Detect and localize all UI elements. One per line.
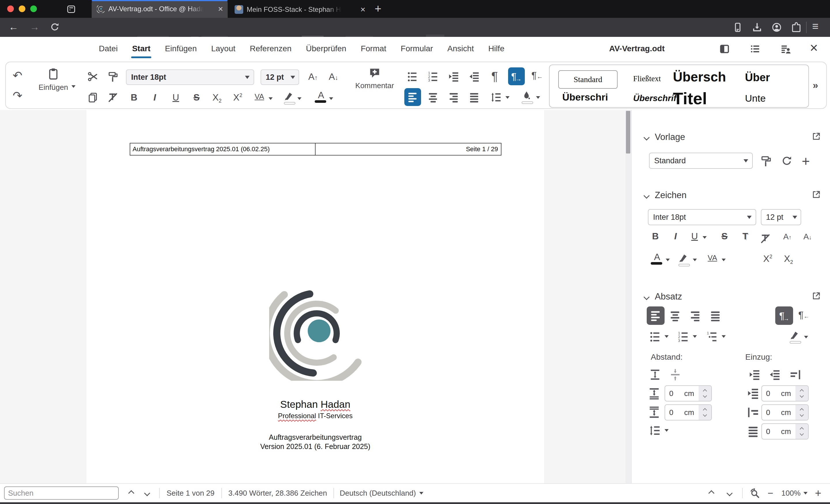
undo-icon[interactable]: ↶ bbox=[13, 70, 23, 81]
line-spacing-button[interactable] bbox=[490, 92, 502, 103]
menu-einfuegen[interactable]: Einfügen bbox=[158, 37, 204, 61]
font-color-dropdown-arrow[interactable] bbox=[329, 97, 333, 100]
tab-close-icon[interactable]: × bbox=[360, 5, 365, 14]
vertical-scrollbar[interactable] bbox=[626, 110, 631, 483]
menu-referenzen[interactable]: Referenzen bbox=[243, 37, 299, 61]
ltr-paragraph-button[interactable]: ¶→ bbox=[508, 67, 525, 85]
forward-icon[interactable]: → bbox=[30, 21, 39, 33]
style-ueberschrift-3[interactable]: Überschrift bbox=[633, 93, 679, 103]
zoom-out-button[interactable]: − bbox=[767, 488, 773, 499]
spinner-buttons[interactable] bbox=[795, 405, 808, 420]
user-list-icon[interactable] bbox=[780, 43, 791, 55]
sidebar-underline-button[interactable]: U bbox=[688, 232, 701, 241]
style-titel[interactable]: Titel bbox=[673, 89, 707, 108]
spinner-buttons[interactable] bbox=[795, 424, 808, 439]
tab-overview-icon[interactable] bbox=[66, 4, 76, 14]
zoom-level[interactable]: 100% bbox=[781, 489, 801, 498]
scroll-previous-page-icon[interactable] bbox=[708, 490, 714, 496]
new-tab-button[interactable]: + bbox=[375, 2, 381, 15]
sidebar-font-color-button[interactable]: A bbox=[651, 252, 663, 265]
spinner-buttons[interactable] bbox=[699, 405, 711, 420]
bold-button[interactable]: B bbox=[128, 93, 140, 102]
close-document-icon[interactable]: × bbox=[810, 41, 818, 55]
comment-button[interactable]: Kommentar bbox=[352, 67, 398, 90]
subscript-button[interactable]: X2 bbox=[211, 93, 223, 103]
collapse-absatz-icon[interactable] bbox=[643, 294, 649, 300]
decrease-paragraph-spacing-icon[interactable] bbox=[669, 369, 681, 381]
menu-hilfe[interactable]: Hilfe bbox=[481, 37, 512, 61]
space-below-field[interactable]: 0cm bbox=[665, 404, 712, 421]
new-style-icon[interactable]: + bbox=[802, 153, 810, 169]
align-center-button[interactable] bbox=[427, 92, 439, 103]
spinner-buttons[interactable] bbox=[699, 386, 711, 401]
paragraph-background-dropdown-arrow[interactable] bbox=[804, 336, 808, 338]
sidebar-align-right-button[interactable] bbox=[689, 310, 701, 322]
bullet-list-icon[interactable] bbox=[407, 71, 418, 82]
space-above-field[interactable]: 0cm bbox=[665, 385, 712, 401]
tab-close-icon[interactable]: × bbox=[218, 5, 223, 13]
word-count[interactable]: 3.490 Wörter, 28.386 Zeichen bbox=[228, 489, 327, 498]
italic-button[interactable]: I bbox=[149, 93, 161, 102]
line-spacing-dropdown-arrow[interactable] bbox=[506, 96, 510, 99]
window-zoom-button[interactable] bbox=[30, 5, 37, 12]
scrollbar-thumb[interactable] bbox=[626, 111, 630, 154]
window-close-button[interactable] bbox=[7, 5, 14, 12]
sidebar-align-center-button[interactable] bbox=[669, 310, 681, 322]
sidebar-subscript-button[interactable]: X2 bbox=[782, 254, 795, 265]
hanging-indent-icon[interactable] bbox=[789, 369, 801, 381]
clone-formatting-icon[interactable] bbox=[107, 71, 119, 82]
spinner-buttons[interactable] bbox=[795, 386, 808, 401]
sidebar-rtl-button[interactable]: ¶← bbox=[798, 310, 809, 320]
paragraph-background-color-button[interactable] bbox=[790, 330, 801, 344]
rtl-paragraph-button[interactable]: ¶← bbox=[532, 70, 543, 80]
sidebar-increase-indent-icon[interactable] bbox=[749, 369, 761, 381]
formatting-marks-icon[interactable]: ¶ bbox=[491, 70, 498, 82]
clear-formatting-icon[interactable] bbox=[107, 92, 119, 103]
increase-indent-icon[interactable] bbox=[448, 71, 460, 82]
zeichen-dialog-icon[interactable] bbox=[811, 190, 821, 200]
paste-button[interactable]: Einfügen bbox=[32, 67, 75, 92]
align-right-button[interactable] bbox=[448, 92, 460, 103]
sidebar-strikethrough-button[interactable]: S bbox=[718, 232, 731, 241]
indent-after-field[interactable]: 0cm bbox=[761, 404, 809, 421]
grow-font-button[interactable]: A↑ bbox=[307, 72, 319, 81]
zoom-reset-icon[interactable] bbox=[749, 488, 760, 499]
language-dropdown-arrow[interactable] bbox=[419, 492, 423, 495]
align-left-button[interactable] bbox=[404, 88, 421, 106]
paragraph-style-select[interactable]: Standard bbox=[649, 153, 753, 169]
style-fliesstext[interactable]: Fließtext bbox=[633, 74, 661, 83]
sidebar-grow-font-button[interactable]: A↑ bbox=[781, 233, 794, 241]
sidebar-ltr-button[interactable]: ¶→ bbox=[775, 306, 793, 325]
style-ueberschrift-1[interactable]: Übersch bbox=[673, 69, 738, 85]
align-justify-button[interactable] bbox=[469, 92, 480, 103]
sidebar-italic-button[interactable]: I bbox=[669, 232, 682, 241]
sidebar-align-left-button[interactable] bbox=[647, 306, 665, 325]
font-color-button[interactable]: A bbox=[315, 91, 327, 103]
find-input[interactable] bbox=[4, 486, 119, 500]
menu-ansicht[interactable]: Ansicht bbox=[440, 37, 481, 61]
underline-dropdown-arrow[interactable] bbox=[703, 236, 707, 239]
char-spacing-dropdown-arrow[interactable] bbox=[268, 97, 273, 100]
style-untertitel[interactable]: Unte bbox=[745, 93, 774, 104]
window-minimize-button[interactable] bbox=[19, 5, 25, 12]
menu-layout[interactable]: Layout bbox=[204, 37, 243, 61]
tab-foss-stack[interactable]: Mein FOSS-Stack - Stephan Ha × bbox=[230, 1, 370, 18]
indent-before-field[interactable]: 0cm bbox=[761, 385, 809, 401]
char-spacing-button[interactable]: VA bbox=[253, 93, 266, 100]
zoom-in-button[interactable]: + bbox=[815, 487, 821, 499]
sidebar-font-name-select[interactable]: Inter 18pt bbox=[648, 209, 756, 225]
sidebar-bold-button[interactable]: B bbox=[649, 232, 662, 241]
font-size-select[interactable]: 12 pt bbox=[260, 69, 299, 85]
hamburger-menu-icon[interactable]: ≡ bbox=[812, 20, 818, 33]
underline-button[interactable]: U bbox=[169, 93, 182, 102]
sidebar-line-spacing-button[interactable] bbox=[649, 425, 661, 437]
highlight-dropdown-arrow[interactable] bbox=[297, 97, 301, 100]
refresh-style-icon[interactable] bbox=[781, 155, 793, 167]
more-styles-button[interactable]: » bbox=[813, 79, 818, 91]
highlight-color-button[interactable] bbox=[284, 91, 295, 105]
sidebar-toggle-icon[interactable] bbox=[719, 43, 730, 55]
increase-paragraph-spacing-icon[interactable] bbox=[649, 369, 661, 381]
sidebar-shrink-font-button[interactable]: A↓ bbox=[801, 233, 814, 241]
update-style-icon[interactable] bbox=[760, 155, 772, 167]
superscript-button[interactable]: X2 bbox=[231, 93, 244, 102]
